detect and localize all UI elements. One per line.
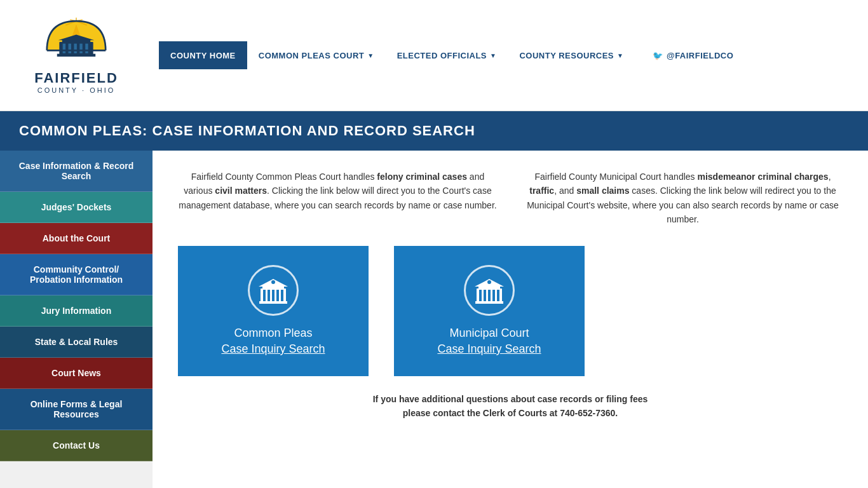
svg-rect-27 — [268, 290, 270, 301]
common-pleas-arrow: ▼ — [367, 52, 374, 59]
sidebar-item-community-control[interactable]: Community Control/ Probation Information — [0, 254, 153, 295]
nav-elected-officials[interactable]: ELECTED OFFICIALS ▼ — [386, 41, 508, 69]
svg-rect-28 — [272, 290, 275, 301]
twitter-icon: 🐦 — [653, 51, 663, 60]
logo-fairfield: FAIRFIELD — [34, 70, 118, 86]
logo-area: FAIRFIELD COUNTY · OHIO — [13, 17, 140, 94]
contact-note: If you have additional questions about c… — [178, 392, 843, 421]
cards-row: Common Pleas Case Inquiry Search — [178, 246, 843, 376]
common-pleas-court-icon — [248, 265, 299, 316]
page-title-bar: COMMON PLEAS: CASE INFORMATION AND RECOR… — [0, 111, 868, 151]
logo-county-ohio: COUNTY · OHIO — [34, 86, 118, 94]
left-column: Fairfield County Common Pleas Court hand… — [178, 170, 498, 227]
svg-rect-41 — [475, 301, 503, 304]
traffic-bold: traffic — [529, 186, 554, 196]
twitter-link[interactable]: 🐦 @FAIRFIELDCO — [641, 41, 745, 69]
sidebar: Case Information & Record Search Judges'… — [0, 151, 153, 488]
felony-bold: felony criminal cases — [377, 172, 467, 182]
content-columns: Fairfield County Common Pleas Court hand… — [178, 170, 843, 227]
sidebar-item-state-local-rules[interactable]: State & Local Rules — [0, 327, 153, 358]
nav-county-resources[interactable]: COUNTY RESOURCES ▼ — [508, 41, 635, 69]
svg-rect-37 — [484, 290, 486, 301]
sidebar-item-jury-info[interactable]: Jury Information — [0, 295, 153, 327]
sidebar-item-case-info[interactable]: Case Information & Record Search — [0, 151, 153, 192]
sidebar-item-court-news[interactable]: Court News — [0, 358, 153, 389]
county-resources-arrow: ▼ — [617, 52, 623, 59]
svg-rect-39 — [492, 290, 495, 301]
right-col-text: Fairfield County Municipal Court handles… — [523, 170, 843, 227]
content-area: Fairfield County Common Pleas Court hand… — [153, 151, 868, 488]
municipal-court-card[interactable]: Municipal Court Case Inquiry Search — [394, 246, 585, 376]
nav-menu: COUNTY HOME COMMON PLEAS COURT ▼ ELECTED… — [159, 41, 855, 69]
court-building-icon — [257, 276, 289, 304]
main-content: Case Information & Record Search Judges'… — [0, 151, 868, 488]
left-col-text: Fairfield County Common Pleas Court hand… — [178, 170, 498, 212]
nav-common-pleas[interactable]: COMMON PLEAS COURT ▼ — [247, 41, 386, 69]
svg-rect-31 — [259, 301, 287, 304]
header: FAIRFIELD COUNTY · OHIO COUNTY HOME COMM… — [0, 0, 868, 111]
svg-rect-17 — [69, 44, 71, 53]
common-pleas-card-title: Common Pleas Case Inquiry Search — [221, 325, 325, 357]
svg-rect-21 — [57, 54, 95, 57]
logo-svg — [38, 17, 114, 67]
municipal-court-card-title: Municipal Court Case Inquiry Search — [437, 325, 541, 357]
common-pleas-card[interactable]: Common Pleas Case Inquiry Search — [178, 246, 369, 376]
svg-rect-19 — [79, 44, 82, 53]
nav-county-home[interactable]: COUNTY HOME — [159, 41, 247, 69]
court-building-icon-2 — [473, 276, 505, 304]
sidebar-item-online-forms[interactable]: Online Forms & Legal Resources — [0, 389, 153, 430]
logo-text: FAIRFIELD COUNTY · OHIO — [34, 70, 118, 94]
svg-rect-18 — [74, 44, 76, 53]
sidebar-item-about-court[interactable]: About the Court — [0, 223, 153, 254]
svg-rect-38 — [488, 290, 491, 301]
small-claims-bold: small claims — [576, 186, 629, 196]
svg-rect-20 — [85, 44, 88, 53]
page-title: COMMON PLEAS: CASE INFORMATION AND RECOR… — [19, 123, 849, 139]
svg-rect-40 — [497, 290, 499, 301]
svg-point-32 — [271, 280, 275, 284]
svg-rect-30 — [281, 290, 283, 301]
svg-rect-16 — [63, 44, 65, 53]
svg-rect-29 — [276, 290, 279, 301]
svg-rect-36 — [479, 290, 482, 301]
misdemeanor-bold: misdemeanor criminal charges — [697, 172, 828, 182]
civil-bold: civil matters — [215, 186, 267, 196]
sidebar-item-contact-us[interactable]: Contact Us — [0, 430, 153, 461]
elected-officials-arrow: ▼ — [490, 52, 496, 59]
municipal-court-icon — [464, 265, 515, 316]
sidebar-item-judges-dockets[interactable]: Judges' Dockets — [0, 192, 153, 223]
svg-point-42 — [487, 280, 491, 284]
svg-rect-26 — [263, 290, 266, 301]
right-column: Fairfield County Municipal Court handles… — [523, 170, 843, 227]
